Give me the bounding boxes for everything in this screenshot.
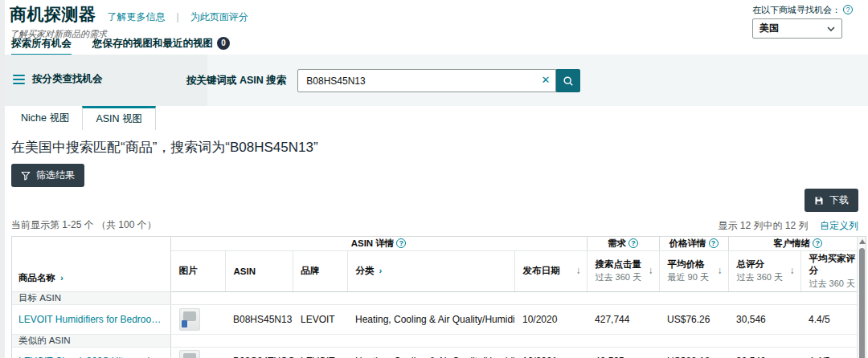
results-table: 商品名称 ASIN 详情 需求 价格详情 客户情绪 图片 ASIN 品牌 分类 … <box>11 236 866 358</box>
product-image[interactable] <box>179 350 200 358</box>
launch-date-cell: 10/2020 <box>514 304 587 334</box>
asin-search: 按关键词或 ASIN 搜索 <box>186 69 580 92</box>
search-input[interactable] <box>297 69 556 92</box>
column-header-avg-price[interactable]: 平均价格最近 90 天 <box>659 250 728 291</box>
search-clicks-cell: 40,595 <box>587 347 659 358</box>
help-icon[interactable] <box>709 238 719 248</box>
filter-icon <box>21 171 31 181</box>
column-header-asin: ASIN <box>225 250 293 291</box>
search-button[interactable] <box>556 69 580 92</box>
chevron-right-icon <box>379 266 383 275</box>
sort-down-icon[interactable] <box>649 265 653 276</box>
column-header-brand: 品牌 <box>293 250 347 291</box>
sort-down-icon[interactable] <box>576 265 581 276</box>
scrollbar-thumb[interactable] <box>859 248 865 358</box>
column-header-search-clicks[interactable]: 搜索点击量过去 360 天 <box>587 250 659 291</box>
search-icon <box>563 75 574 87</box>
filter-results-button[interactable]: 筛选结果 <box>11 164 84 187</box>
category-cell: Heating, Cooling & Air Quality/Humidifie… <box>347 347 514 358</box>
marketplace-label: 在以下商城寻找机会： <box>752 5 853 14</box>
avg-price-cell: US$82.18 <box>659 347 728 358</box>
download-icon <box>814 196 824 205</box>
section-target-asin: 目标 ASIN <box>12 291 866 304</box>
page-header: 商机探测器 了解更多信息 | 为此页面评分 了解买家对新商品的需求 在以下商城寻… <box>5 0 868 37</box>
product-header-label: 商品名称 <box>18 273 55 283</box>
category-cell: Heating, Cooling & Air Quality/Humidifie… <box>347 304 514 334</box>
chevron-down-icon <box>827 26 835 31</box>
sort-down-icon[interactable] <box>718 265 723 276</box>
results-heading: 在美国中搜索匹配“商品”，搜索词为“B08HS45N13” <box>11 138 868 157</box>
marketplace-value: 美国 <box>760 22 779 35</box>
download-button[interactable]: 下载 <box>805 189 858 212</box>
product-name-link[interactable]: LEVOIT Humidifiers for Bedroom Large Roo… <box>18 314 166 325</box>
brand-cell: LEVOIT <box>293 304 347 334</box>
help-icon[interactable] <box>396 238 406 248</box>
product-name-link[interactable]: LEVOIT Classic300S Ultrasonic Smart Top … <box>18 356 166 358</box>
section-label: 类似的 ASIN <box>12 334 170 347</box>
tab-niche-view[interactable]: Niche 视图 <box>8 106 82 130</box>
total-ratings-cell: 30,546 <box>728 347 800 358</box>
download-label: 下载 <box>829 193 849 207</box>
asin-cell: B08HS45N13 <box>225 304 293 334</box>
asin-cell: B09C24TYGQ <box>225 347 293 358</box>
search-band: 按分类查找机会 按关键词或 ASIN 搜索 <box>5 55 868 106</box>
search-label: 按关键词或 ASIN 搜索 <box>186 74 286 87</box>
column-header-total-ratings[interactable]: 总评分过去 360 天 <box>728 250 800 291</box>
product-image[interactable] <box>179 308 200 331</box>
group-header-demand: 需求 <box>587 237 659 250</box>
rate-page-link[interactable]: 为此页面评分 <box>190 10 248 24</box>
column-header-product[interactable]: 商品名称 <box>12 237 170 291</box>
table-row: LEVOIT Humidifiers for Bedroom Large Roo… <box>12 304 866 334</box>
customize-columns-link[interactable]: 自定义列 <box>820 220 858 231</box>
table-row: LEVOIT Classic300S Ultrasonic Smart Top … <box>12 347 866 358</box>
avg-price-cell: US$76.26 <box>659 304 728 334</box>
group-header-price-details: 价格详情 <box>659 237 728 250</box>
chevron-right-icon <box>60 273 63 283</box>
help-icon[interactable] <box>628 238 638 248</box>
help-icon[interactable] <box>843 5 853 14</box>
browse-by-category-menu[interactable]: 按分类查找机会 <box>13 72 103 86</box>
sort-down-icon[interactable] <box>790 265 795 276</box>
column-header-category[interactable]: 分类 <box>347 250 514 291</box>
brand-cell: LEVOIT <box>293 347 347 358</box>
search-clicks-cell: 427,744 <box>587 304 659 334</box>
column-header-image: 图片 <box>170 250 225 291</box>
filter-results-label: 筛选结果 <box>36 169 75 182</box>
help-icon[interactable] <box>813 238 822 248</box>
tab-asin-view[interactable]: ASIN 视图 <box>82 106 156 130</box>
group-header-asin-details: ASIN 详情 <box>170 237 587 250</box>
opportunity-explorer-page: 商机探测器 了解更多信息 | 为此页面评分 了解买家对新商品的需求 在以下商城寻… <box>5 0 868 358</box>
browse-by-category-label: 按分类查找机会 <box>32 72 103 86</box>
clear-search-icon[interactable] <box>541 74 550 86</box>
columns-shown-text: 显示 12 列中的 12 列 <box>719 220 809 231</box>
page-title: 商机探测器 <box>10 3 96 26</box>
search-box <box>297 69 556 92</box>
marketplace-select[interactable]: 美国 <box>752 18 842 39</box>
total-ratings-cell: 30,546 <box>728 304 800 334</box>
view-tab-bar: Niche 视图 ASIN 视图 <box>5 106 868 130</box>
hamburger-icon <box>13 75 25 84</box>
result-count: 当前显示第 1-25 个 （共 100 个） <box>11 218 157 232</box>
scroll-up-icon[interactable] <box>859 239 866 244</box>
group-header-customer-sentiment: 客户情绪 <box>728 237 866 250</box>
page-subtitle: 了解买家对新商品的需求 <box>10 28 860 40</box>
section-label: 目标 ASIN <box>12 291 170 304</box>
learn-more-link[interactable]: 了解更多信息 <box>108 10 166 24</box>
launch-date-cell: 10/2021 <box>514 347 587 358</box>
table-scrollbar[interactable] <box>857 237 866 358</box>
section-similar-asin: 类似的 ASIN <box>12 334 866 347</box>
column-header-launch-date[interactable]: 发布日期 <box>514 250 587 291</box>
header-divider: | <box>177 11 179 22</box>
marketplace-picker: 在以下商城寻找机会： 美国 <box>752 2 857 39</box>
